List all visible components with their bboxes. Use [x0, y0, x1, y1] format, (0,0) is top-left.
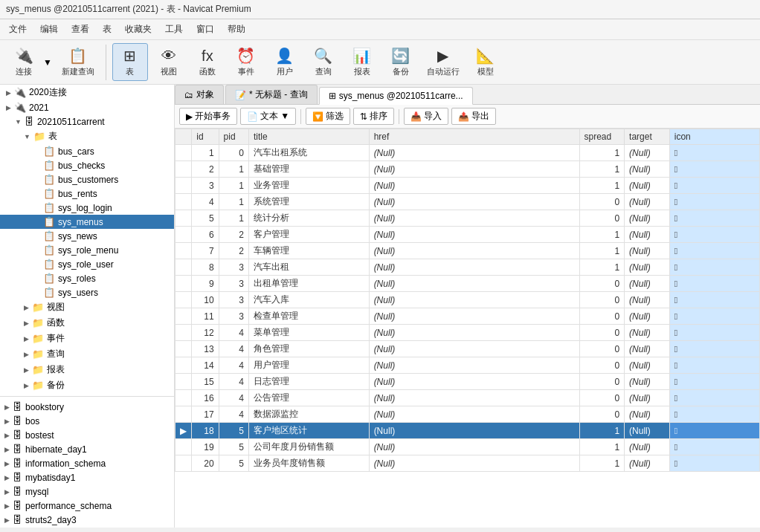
sidebar-item-20210511carrent[interactable]: ▼ 🗄 20210511carrent [0, 114, 174, 129]
cell-spread: 1 [579, 243, 625, 259]
user-tool-button[interactable]: 👤用户 [267, 43, 303, 81]
export-button[interactable]: 📤导出 [451, 108, 496, 125]
cell-target: (Null) [625, 161, 670, 178]
report-tool-button[interactable]: 📊报表 [344, 43, 380, 81]
table-row[interactable]: 10 3 汽车入库 (Null) 0 (Null)  [175, 292, 760, 308]
menu-item-收藏夹[interactable]: 收藏夹 [119, 21, 158, 38]
table-row[interactable]: 17 4 数据源监控 (Null) 0 (Null)  [175, 406, 760, 423]
tab-1[interactable]: 📝* 无标题 - 查询 [225, 85, 318, 104]
table-row[interactable]: 7 2 车辆管理 (Null) 1 (Null)  [175, 243, 760, 259]
table-row[interactable]: 15 4 日志管理 (Null) 0 (Null)  [175, 374, 760, 390]
filter-button[interactable]: 🔽筛选 [306, 108, 350, 125]
sidebar-item-sys_roles[interactable]: 📋 sys_roles [0, 271, 174, 285]
db-item-mybatisday1[interactable]: ▶🗄mybatisday1 [0, 470, 174, 484]
new-query-button[interactable]: 📋新建查询 [57, 43, 100, 81]
menu-item-帮助[interactable]: 帮助 [222, 21, 251, 38]
item-label: bus_cars [58, 146, 94, 157]
table-row[interactable]: 20 5 业务员年度销售额 (Null) 1 (Null)  [175, 455, 760, 472]
sidebar-item-bus_rents[interactable]: 📋 bus_rents [0, 186, 174, 201]
data-table-wrapper[interactable]: id pid title href spread target icon 1 0… [175, 129, 760, 528]
row-arrow-cell [175, 227, 192, 243]
table-row[interactable]: 13 4 角色管理 (Null) 0 (Null)  [175, 341, 760, 357]
cell-target: (Null) [625, 194, 670, 210]
table-row[interactable]: 8 3 汽车出租 (Null) 1 (Null)  [175, 259, 760, 276]
col-id[interactable]: id [192, 129, 219, 145]
sidebar-item-sys_role_user[interactable]: 📋 sys_role_user [0, 257, 174, 271]
sidebar-item-函数[interactable]: ▶ 📁 函数 [0, 315, 174, 331]
cell-target: (Null) [625, 390, 670, 406]
autorun-tool-button[interactable]: ▶自动运行 [422, 43, 465, 81]
tab-0[interactable]: 🗂对象 [175, 85, 224, 104]
db-item-information_schema[interactable]: ▶🗄information_schema [0, 456, 174, 470]
col-spread[interactable]: spread [579, 129, 625, 145]
sidebar-item-事件[interactable]: ▶ 📁 事件 [0, 331, 174, 346]
col-icon[interactable]: icon [669, 129, 759, 145]
sidebar-item-sys_role_menu[interactable]: 📋 sys_role_menu [0, 243, 174, 257]
connect-button[interactable]: 🔌 连接 [6, 43, 42, 81]
table-row[interactable]: 4 1 系统管理 (Null) 0 (Null)  [175, 194, 760, 210]
table-row[interactable]: 11 3 检查单管理 (Null) 0 (Null)  [175, 308, 760, 325]
sidebar-item-表[interactable]: ▼ 📁 表 [0, 129, 174, 144]
model-tool-button[interactable]: 📐模型 [468, 43, 503, 81]
sidebar-item-sys_menus[interactable]: 📋 sys_menus [0, 215, 174, 229]
view-tool-button[interactable]: 👁视图 [151, 44, 187, 81]
menu-item-编辑[interactable]: 编辑 [34, 21, 64, 38]
table-row[interactable]: 9 3 出租单管理 (Null) 0 (Null)  [175, 276, 760, 292]
query-tool-button[interactable]: 🔍查询 [306, 43, 341, 81]
table-row[interactable]: ▶ 18 5 客户地区统计 (Null) 1 (Null)  [175, 423, 760, 439]
db-item-struts2_day3[interactable]: ▶🗄struts2_day3 [0, 513, 174, 527]
function-tool-button[interactable]: fx函数 [190, 44, 225, 81]
sidebar-item-bus_cars[interactable]: 📋 bus_cars [0, 144, 174, 158]
sidebar-item-报表[interactable]: ▶ 📁 报表 [0, 362, 174, 377]
cell-id: 6 [192, 227, 219, 243]
table-row[interactable]: 3 1 业务管理 (Null) 1 (Null)  [175, 178, 760, 194]
table-row[interactable]: 5 1 统计分析 (Null) 0 (Null)  [175, 210, 760, 227]
db-item-hibernate_day1[interactable]: ▶🗄hibernate_day1 [0, 442, 174, 456]
db-item-mysql[interactable]: ▶🗄mysql [0, 484, 174, 499]
sidebar-item-2020连接[interactable]: ▶ 🔌 2020连接 [0, 85, 174, 100]
connect-icon: 🔌 [15, 47, 33, 65]
sort-button[interactable]: ⇅排序 [353, 108, 394, 125]
col-pid[interactable]: pid [219, 129, 248, 145]
start-transaction-button[interactable]: ▶开始事务 [179, 108, 237, 125]
cell-target: (Null) [625, 374, 670, 390]
table-row[interactable]: 2 1 基础管理 (Null) 1 (Null)  [175, 161, 760, 178]
sidebar-item-2021[interactable]: ▶ 🔌 2021 [0, 100, 174, 114]
db-item-performance_schema[interactable]: ▶🗄performance_schema [0, 499, 174, 513]
menu-item-文件[interactable]: 文件 [3, 21, 33, 38]
cell-href: (Null) [369, 161, 579, 178]
db-item-bookstory[interactable]: ▶🗄bookstory [0, 400, 174, 414]
menu-item-表[interactable]: 表 [97, 21, 117, 38]
sidebar-item-sys_log_login[interactable]: 📋 sys_log_login [0, 201, 174, 215]
col-title[interactable]: title [248, 129, 369, 145]
sidebar-item-sys_news[interactable]: 📋 sys_news [0, 229, 174, 243]
table-row[interactable]: 16 4 公告管理 (Null) 0 (Null)  [175, 390, 760, 406]
text-dropdown-button[interactable]: 📄文本 ▼ [240, 108, 296, 125]
tab-2[interactable]: ⊞sys_menus @20210511carre... [319, 87, 473, 105]
sidebar-item-bus_checks[interactable]: 📋 bus_checks [0, 158, 174, 172]
col-target[interactable]: target [625, 129, 670, 145]
table-row[interactable]: 12 4 菜单管理 (Null) 0 (Null)  [175, 325, 760, 341]
sidebar-item-bus_customers[interactable]: 📋 bus_customers [0, 172, 174, 186]
table-tool-button[interactable]: ⊞表 [112, 43, 148, 81]
table-row[interactable]: 1 0 汽车出租系统 (Null) 1 (Null)  [175, 145, 760, 161]
sidebar-item-备份[interactable]: ▶ 📁 备份 [0, 377, 174, 393]
import-icon: 📥 [410, 111, 422, 122]
menu-item-查看[interactable]: 查看 [65, 21, 95, 38]
item-label: sys_log_login [58, 203, 112, 213]
sidebar-item-视图[interactable]: ▶ 📁 视图 [0, 299, 174, 315]
menu-item-工具[interactable]: 工具 [159, 21, 189, 38]
col-href[interactable]: href [369, 129, 579, 145]
db-item-bostest[interactable]: ▶🗄bostest [0, 428, 174, 442]
import-button[interactable]: 📥导入 [404, 108, 448, 125]
backup-tool-button[interactable]: 🔄备份 [383, 43, 419, 81]
sidebar-item-查询[interactable]: ▶ 📁 查询 [0, 346, 174, 362]
db-item-bos[interactable]: ▶🗄bos [0, 414, 174, 428]
event-tool-button[interactable]: ⏰事件 [228, 43, 264, 81]
table-row[interactable]: 14 4 用户管理 (Null) 0 (Null)  [175, 357, 760, 374]
table-row[interactable]: 19 5 公司年度月份销售额 (Null) 1 (Null)  [175, 439, 760, 455]
table-row[interactable]: 6 2 客户管理 (Null) 1 (Null)  [175, 227, 760, 243]
connect-arrow[interactable]: ▼ [42, 57, 54, 68]
sidebar-item-sys_users[interactable]: 📋 sys_users [0, 285, 174, 299]
menu-item-窗口[interactable]: 窗口 [190, 21, 220, 38]
